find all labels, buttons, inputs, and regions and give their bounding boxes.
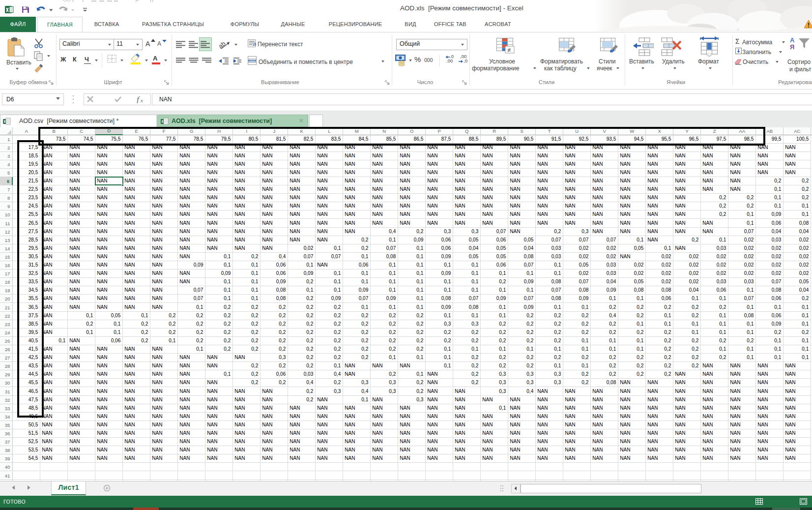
svg-text:≠: ≠ [507,46,511,54]
svg-text:f: f [137,95,140,103]
svg-text:x: x [140,97,143,103]
